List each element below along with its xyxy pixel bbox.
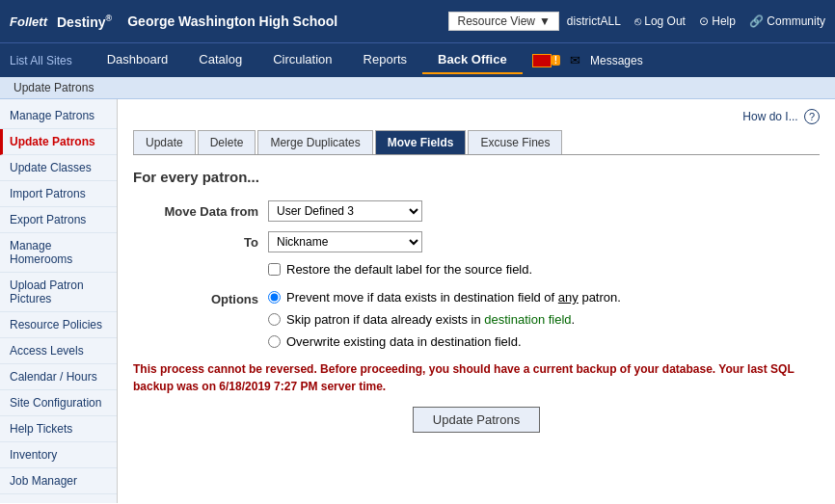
community-icon: 🔗 bbox=[749, 14, 764, 28]
sidebar-item-manage-patrons[interactable]: Manage Patrons bbox=[0, 103, 117, 129]
radio-skip-input[interactable] bbox=[268, 313, 281, 326]
tabs-row: Update Delete Merge Duplicates Move Fiel… bbox=[133, 130, 820, 155]
school-name: George Washington High School bbox=[127, 13, 337, 29]
tab-excuse-fines[interactable]: Excuse Fines bbox=[468, 130, 562, 154]
radio-options: Prevent move if data exists in destinati… bbox=[268, 290, 621, 349]
district-label: districtALL bbox=[567, 14, 621, 28]
how-do-i-link[interactable]: How do I... ? bbox=[742, 110, 820, 123]
radio-prevent-label: Prevent move if data exists in destinati… bbox=[286, 290, 621, 305]
sidebar-item-resource-policies[interactable]: Resource Policies bbox=[0, 312, 117, 338]
to-label: To bbox=[133, 235, 258, 250]
resource-view-button[interactable]: Resource View ▼ bbox=[448, 12, 558, 31]
flag-exclamation: ! bbox=[552, 55, 560, 66]
radio-overwrite-input[interactable] bbox=[268, 335, 281, 348]
radio-overwrite: Overwrite existing data in destination f… bbox=[268, 334, 621, 349]
list-all-sites-link[interactable]: List All Sites bbox=[10, 54, 72, 67]
help-circle-icon: ? bbox=[804, 109, 820, 124]
nav-circulation[interactable]: Circulation bbox=[257, 46, 347, 74]
community-link[interactable]: 🔗 Community bbox=[749, 14, 825, 28]
radio-skip-label: Skip patron if data already exists in de… bbox=[286, 312, 575, 327]
update-patrons-button[interactable]: Update Patrons bbox=[413, 407, 540, 433]
restore-checkbox[interactable] bbox=[268, 263, 281, 276]
help-link[interactable]: ⊙ Help bbox=[699, 14, 736, 28]
logout-link[interactable]: ⎋ Log Out bbox=[634, 14, 686, 28]
radio-skip: Skip patron if data already exists in de… bbox=[268, 312, 621, 327]
sidebar-item-inventory[interactable]: Inventory bbox=[0, 442, 117, 468]
options-label: Options bbox=[133, 290, 258, 349]
form-title: For every patron... bbox=[133, 169, 820, 185]
envelope-icon: ✉ bbox=[570, 53, 580, 67]
main-nav: Dashboard Catalog Circulation Reports Ba… bbox=[92, 46, 523, 74]
options-section: Options Prevent move if data exists in d… bbox=[133, 290, 820, 349]
tab-move-fields[interactable]: Move Fields bbox=[375, 130, 467, 154]
flag-icon bbox=[532, 54, 552, 67]
radio-prevent-input[interactable] bbox=[268, 291, 281, 304]
sidebar-item-import-patrons[interactable]: Import Patrons bbox=[0, 181, 117, 207]
sidebar: Manage Patrons Update Patrons Update Cla… bbox=[0, 99, 118, 503]
restore-checkbox-row: Restore the default label for the source… bbox=[268, 262, 820, 277]
chevron-down-icon: ▼ bbox=[539, 14, 551, 28]
sidebar-item-calendar-hours[interactable]: Calendar / Hours bbox=[0, 364, 117, 390]
sidebar-item-job-manager[interactable]: Job Manager bbox=[0, 468, 117, 494]
main-layout: Manage Patrons Update Patrons Update Cla… bbox=[0, 99, 835, 503]
nav-dashboard[interactable]: Dashboard bbox=[92, 46, 184, 74]
sidebar-item-export-patrons[interactable]: Export Patrons bbox=[0, 207, 117, 233]
restore-label: Restore the default label for the source… bbox=[286, 262, 532, 277]
sidebar-item-manage-homerooms[interactable]: Manage Homerooms bbox=[0, 233, 117, 273]
content-area: How do I... ? Update Delete Merge Duplic… bbox=[118, 99, 835, 503]
how-do-i-section: How do I... ? bbox=[133, 109, 820, 124]
sidebar-item-access-levels[interactable]: Access Levels bbox=[0, 338, 117, 364]
help-icon: ⊙ bbox=[699, 14, 709, 28]
warning-text: This process cannot be reversed. Before … bbox=[133, 360, 820, 395]
sidebar-item-update-classes[interactable]: Update Classes bbox=[0, 155, 117, 181]
sidebar-item-site-configuration[interactable]: Site Configuration bbox=[0, 390, 117, 416]
sidebar-item-update-patrons[interactable]: Update Patrons bbox=[0, 129, 117, 155]
top-header: Follett Destiny® George Washington High … bbox=[0, 0, 835, 42]
tab-update[interactable]: Update bbox=[133, 130, 196, 154]
tab-delete[interactable]: Delete bbox=[198, 130, 256, 154]
sidebar-item-upload-patron-pictures[interactable]: Upload Patron Pictures bbox=[0, 273, 117, 312]
nav-catalog[interactable]: Catalog bbox=[183, 46, 257, 74]
sidebar-item-help-tickets[interactable]: Help Tickets bbox=[0, 416, 117, 442]
logo-destiny: Destiny® bbox=[57, 13, 112, 30]
to-select[interactable]: Nickname User Defined 1 User Defined 2 U… bbox=[268, 231, 422, 252]
radio-prevent: Prevent move if data exists in destinati… bbox=[268, 290, 621, 305]
logo-follett: Follett bbox=[10, 14, 47, 29]
nav-back-office[interactable]: Back Office bbox=[422, 46, 523, 74]
flag-area: ! ✉ Messages bbox=[532, 53, 643, 67]
top-right-links: districtALL ⎋ Log Out ⊙ Help 🔗 Community bbox=[567, 14, 825, 28]
tab-merge-duplicates[interactable]: Merge Duplicates bbox=[257, 130, 372, 154]
nav-bar: List All Sites Dashboard Catalog Circula… bbox=[0, 42, 835, 77]
breadcrumb: Update Patrons bbox=[0, 77, 835, 99]
move-data-from-select[interactable]: User Defined 3 User Defined 1 User Defin… bbox=[268, 200, 422, 222]
to-row: To Nickname User Defined 1 User Defined … bbox=[133, 231, 820, 252]
move-data-from-label: Move Data from bbox=[133, 204, 258, 219]
move-data-from-row: Move Data from User Defined 3 User Defin… bbox=[133, 200, 820, 222]
nav-reports[interactable]: Reports bbox=[348, 46, 423, 74]
logout-icon: ⎋ bbox=[634, 14, 641, 28]
radio-overwrite-label: Overwrite existing data in destination f… bbox=[286, 334, 522, 349]
messages-link[interactable]: Messages bbox=[590, 54, 643, 67]
